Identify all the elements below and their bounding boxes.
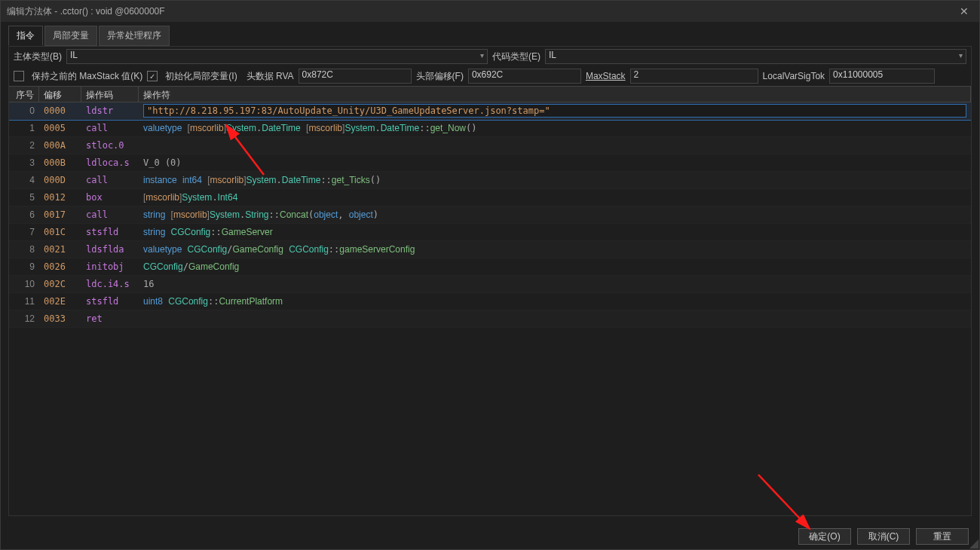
- row-body-type: 主体类型(B) IL▾ 代码类型(E) IL▾: [9, 47, 971, 66]
- tab-strip: 指令局部变量异常处理程序: [1, 26, 979, 46]
- col-offset[interactable]: 偏移: [39, 87, 81, 102]
- code-type-label: 代码类型(E): [492, 50, 541, 63]
- instruction-row[interactable]: 10002Cldc.i4.s16: [9, 276, 971, 293]
- instruction-row[interactable]: 90026initobjCGConfig/GameConfig: [9, 258, 971, 276]
- resize-grip[interactable]: [969, 539, 978, 548]
- code-type-select[interactable]: IL▾: [545, 49, 966, 64]
- col-index[interactable]: 序号: [9, 87, 39, 102]
- instruction-row[interactable]: 00000ldstr: [9, 102, 971, 120]
- titlebar[interactable]: 编辑方法体 - .cctor() : void @0600000F ✕: [1, 1, 979, 22]
- localvarsigtok-field[interactable]: 0x11000005: [829, 69, 935, 84]
- cancel-button[interactable]: 取消(C): [857, 528, 910, 545]
- keep-maxstack-label: 保持之前的 MaxStack 值(K): [32, 70, 142, 83]
- instruction-row[interactable]: 3000Bldloca.sV_0 (0): [9, 154, 971, 172]
- grid-header: 序号 偏移 操作码 操作符: [9, 86, 971, 102]
- tab-指令[interactable]: 指令: [8, 26, 43, 46]
- instruction-row[interactable]: 120033ret: [9, 310, 971, 328]
- chevron-down-icon: ▾: [480, 51, 484, 60]
- tab-局部变量[interactable]: 局部变量: [44, 26, 97, 46]
- maxstack-field[interactable]: 2: [630, 69, 758, 84]
- row-options: 保持之前的 MaxStack 值(K) ✓ 初始化局部变量(I) 头数据 RVA…: [9, 66, 971, 86]
- init-locals-label: 初始化局部变量(I): [165, 70, 237, 83]
- maxstack-label: MaxStack: [586, 71, 626, 81]
- chevron-down-icon: ▾: [959, 51, 963, 60]
- operand-edit-input[interactable]: [143, 104, 966, 118]
- window-title: 编辑方法体 - .cctor() : void @0600000F: [7, 5, 955, 18]
- instruction-row[interactable]: 7001Cstsfldstring CGConfig::GameServer: [9, 224, 971, 241]
- instruction-row[interactable]: 60017callstring [mscorlib]System.String:…: [9, 206, 971, 224]
- instruction-row[interactable]: 10005callvaluetype [mscorlib]System.Date…: [9, 120, 971, 137]
- instruction-row[interactable]: 2000Astloc.0: [9, 137, 971, 154]
- close-icon[interactable]: ✕: [955, 2, 973, 20]
- header-off-label: 头部偏移(F): [416, 70, 464, 83]
- header-off-field[interactable]: 0x692C: [468, 69, 581, 84]
- instruction-row[interactable]: 11002Estsflduint8 CGConfig::CurrentPlatf…: [9, 293, 971, 310]
- instruction-row[interactable]: 80021ldsfldavaluetype CGConfig/GameConfi…: [9, 241, 971, 258]
- instruction-row[interactable]: 50012box[mscorlib]System.Int64: [9, 189, 971, 206]
- body-type-label: 主体类型(B): [14, 50, 62, 63]
- instruction-row[interactable]: 4000Dcallinstance int64 [mscorlib]System…: [9, 172, 971, 189]
- tab-异常处理程序[interactable]: 异常处理程序: [99, 26, 170, 46]
- keep-maxstack-checkbox[interactable]: [14, 71, 24, 81]
- instruction-grid[interactable]: 00000ldstr10005callvaluetype [mscorlib]S…: [9, 102, 971, 515]
- ok-button[interactable]: 确定(O): [798, 528, 851, 545]
- localvarsigtok-label: LocalVarSigTok: [763, 71, 825, 81]
- button-bar: 确定(O) 取消(C) 重置: [1, 524, 979, 549]
- col-opcode[interactable]: 操作码: [81, 87, 139, 102]
- reset-button[interactable]: 重置: [916, 528, 969, 545]
- content-panel: 主体类型(B) IL▾ 代码类型(E) IL▾ 保持之前的 MaxStack 值…: [8, 46, 972, 516]
- dialog-window: 编辑方法体 - .cctor() : void @0600000F ✕ 指令局部…: [0, 0, 980, 550]
- header-rva-label: 头数据 RVA: [247, 70, 294, 83]
- col-operand[interactable]: 操作符: [139, 87, 971, 102]
- header-rva-field[interactable]: 0x872C: [299, 69, 412, 84]
- body-type-select[interactable]: IL▾: [66, 49, 488, 64]
- init-locals-checkbox[interactable]: ✓: [147, 71, 158, 81]
